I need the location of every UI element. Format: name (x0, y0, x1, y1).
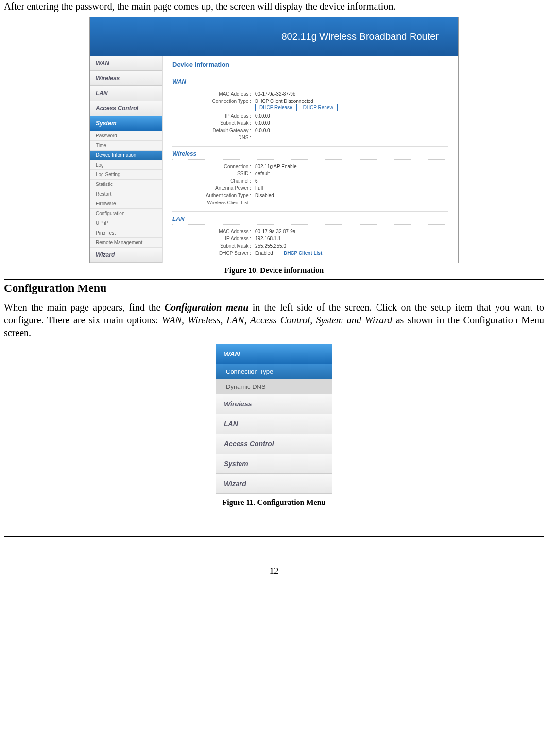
wl-auth-label: Authentication Type : (172, 193, 255, 198)
wan-mac-value: 00-17-9a-32-87-9b (255, 91, 295, 97)
wan-ip-label: IP Address : (172, 113, 255, 118)
dhcp-client-list-link[interactable]: DHCP Client List (284, 251, 322, 256)
lan-mac-label: MAC Address : (172, 229, 255, 234)
menu-dynamic-dns[interactable]: Dynamic DNS (216, 379, 332, 394)
wan-ip-value: 0.0.0.0 (255, 113, 270, 118)
config-menu-heading: Configuration Menu (4, 282, 544, 295)
wl-ssid-value: default (255, 171, 270, 176)
page-number: 12 (4, 566, 544, 576)
menu-wireless[interactable]: Wireless (216, 394, 332, 414)
nav-password[interactable]: Password (90, 131, 162, 141)
wan-mac-label: MAC Address : (172, 91, 255, 97)
nav-log[interactable]: Log (90, 160, 162, 170)
nav-ping-test[interactable]: Ping Test (90, 228, 162, 238)
nav-configuration[interactable]: Configuration (90, 209, 162, 218)
divider (172, 211, 448, 212)
nav-system[interactable]: System (90, 116, 162, 131)
wan-conntype-text: DHCP Client Disconnected (255, 99, 340, 104)
screenshot-device-info: 802.11g Wireless Broadband Router WAN Wi… (89, 17, 459, 263)
wan-gateway-label: Default Gateway : (172, 128, 255, 133)
menu-wan[interactable]: WAN (216, 344, 332, 364)
nav-firmware[interactable]: Firmware (90, 199, 162, 209)
nav-restart[interactable]: Restart (90, 189, 162, 199)
wl-antenna-label: Antenna Power : (172, 185, 255, 191)
wan-gateway-value: 0.0.0.0 (255, 128, 270, 133)
wl-auth-value: Disabled (255, 193, 274, 198)
lan-mac-value: 00-17-9a-32-87-9a (255, 229, 295, 234)
device-info-panel: Device Information WAN MAC Address :00-1… (163, 56, 458, 263)
wan-dns-label: DNS : (172, 135, 255, 140)
sidebar: WAN Wireless LAN Access Control System P… (90, 56, 163, 263)
wireless-heading: Wireless (172, 151, 448, 160)
menu-wizard[interactable]: Wizard (216, 474, 332, 494)
menu-access-control[interactable]: Access Control (216, 434, 332, 454)
lan-subnet-value: 255.255.255.0 (255, 243, 286, 249)
wl-antenna-value: Full (255, 185, 263, 191)
nav-wizard[interactable]: Wizard (90, 248, 162, 263)
wan-subnet-value: 0.0.0.0 (255, 120, 270, 126)
lan-heading: LAN (172, 216, 448, 225)
config-menu-paragraph: When the main page appears, find the Con… (4, 301, 544, 339)
menu-lan[interactable]: LAN (216, 414, 332, 434)
nav-wireless[interactable]: Wireless (90, 71, 162, 86)
nav-lan[interactable]: LAN (90, 86, 162, 101)
nav-time[interactable]: Time (90, 141, 162, 151)
nav-statistic[interactable]: Statistic (90, 180, 162, 189)
router-header: 802.11g Wireless Broadband Router (90, 17, 458, 56)
nav-upnp[interactable]: UPnP (90, 218, 162, 228)
wan-conntype-label: Connection Type : (172, 99, 255, 111)
text-em: WAN, Wireless, LAN, Access Control, Syst… (162, 315, 392, 325)
text: When the main page appears, find the (4, 302, 165, 313)
menu-system[interactable]: System (216, 454, 332, 474)
wan-conntype-value: DHCP Client Disconnected DHCP ReleaseDHC… (255, 99, 340, 111)
figure-10-caption: Figure 10. Device information (4, 266, 544, 275)
screenshot-config-menu: WAN Connection Type Dynamic DNS Wireless… (216, 344, 332, 494)
rule (4, 297, 544, 297)
nav-access-control[interactable]: Access Control (90, 101, 162, 116)
wan-heading: WAN (172, 78, 448, 87)
menu-connection-type[interactable]: Connection Type (216, 364, 332, 379)
nav-remote-mgmt[interactable]: Remote Management (90, 238, 162, 248)
divider (172, 146, 448, 147)
wl-clientlist-label: Wireless Client List : (172, 200, 255, 205)
footer-rule (4, 536, 544, 537)
dhcp-renew-button[interactable]: DHCP Renew (299, 104, 338, 111)
lan-subnet-label: Subnet Mask : (172, 243, 255, 249)
lan-dhcp-label: DHCP Server : (172, 251, 255, 256)
figure-11-caption: Figure 11. Configuration Menu (4, 498, 544, 507)
dhcp-release-button[interactable]: DHCP Release (255, 104, 297, 111)
wl-channel-label: Channel : (172, 178, 255, 184)
router-title: 802.11g Wireless Broadband Router (281, 31, 439, 42)
wl-conn-value: 802.11g AP Enable (255, 164, 296, 169)
rule (4, 279, 544, 280)
intro-paragraph: After entering the password, the main pa… (4, 0, 544, 13)
wan-subnet-label: Subnet Mask : (172, 120, 255, 126)
lan-ip-label: IP Address : (172, 236, 255, 241)
text-em: Configuration menu (165, 302, 249, 313)
nav-device-info[interactable]: Device Information (90, 151, 162, 160)
wl-channel-value: 6 (255, 178, 258, 184)
wl-conn-label: Connection : (172, 164, 255, 169)
panel-title: Device Information (172, 61, 448, 71)
lan-ip-value: 192.168.1.1 (255, 236, 281, 241)
nav-wan[interactable]: WAN (90, 56, 162, 71)
nav-log-setting[interactable]: Log Setting (90, 170, 162, 180)
wl-ssid-label: SSID : (172, 171, 255, 176)
lan-dhcp-value: Enabled (255, 251, 273, 256)
